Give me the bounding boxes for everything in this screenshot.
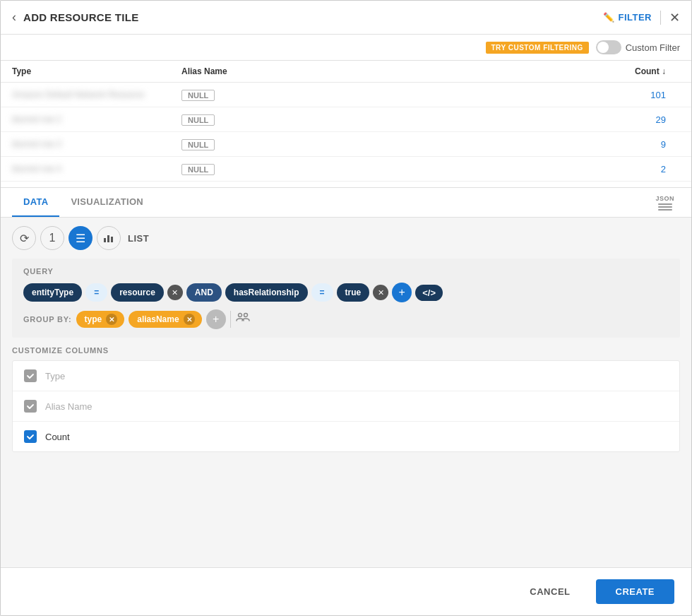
try-custom-badge: TRY CUSTOM FILTERING: [486, 42, 589, 54]
customize-label: CUSTOMIZE COLUMNS: [12, 346, 680, 355]
view-label: LIST: [128, 233, 149, 244]
content-area: ⟳ 1 ☰ LIST QUERY entityType = resource ✕…: [1, 218, 691, 567]
create-button[interactable]: CREATE: [596, 579, 674, 604]
dialog-title: ADD RESOURCE TILE: [23, 11, 138, 23]
cell-count: 101: [650, 90, 680, 100]
tag-alias-text: aliasName: [137, 314, 179, 324]
chip-eq1[interactable]: =: [85, 283, 107, 302]
tag-alias-name[interactable]: aliasName ✕: [129, 311, 201, 328]
query-label: QUERY: [23, 267, 669, 276]
dialog-header: ‹ ADD RESOURCE TILE ✏️ FILTER ✕: [1, 1, 691, 35]
cell-count: 2: [661, 164, 680, 174]
data-table: Type Alias Name Count ↓ Amazon Default N…: [1, 61, 691, 188]
chip-true[interactable]: true: [337, 283, 370, 302]
group-by-label: GROUP BY:: [23, 315, 72, 324]
group-by-add-button[interactable]: +: [206, 309, 226, 329]
col-header-count[interactable]: Count ↓: [635, 66, 680, 76]
table-row[interactable]: blurred row 2 NULL 29: [1, 107, 691, 132]
bar-chart-icon: [103, 232, 114, 244]
cell-type: blurred row 3: [12, 139, 181, 149]
svg-rect-0: [104, 238, 106, 242]
col-header-alias: Alias Name: [181, 66, 635, 76]
col-text-alias: Alias Name: [45, 401, 92, 412]
filter-button[interactable]: ✏️ FILTER: [603, 12, 652, 23]
cell-type: Amazon Default Network Resource: [12, 90, 181, 100]
chart-view-button[interactable]: [97, 226, 121, 250]
query-section: QUERY entityType = resource ✕ AND hasRel…: [12, 259, 680, 338]
chip-has-relationship[interactable]: hasRelationship: [225, 283, 308, 302]
group-by-divider: [230, 311, 231, 328]
filter-label: FILTER: [618, 12, 652, 23]
checkbox-type[interactable]: [24, 369, 37, 382]
col-item-count: Count: [13, 422, 679, 451]
header-left: ‹ ADD RESOURCE TILE: [12, 10, 138, 25]
table-row[interactable]: blurred row 4 NULL 2: [1, 157, 691, 182]
table-row[interactable]: Amazon Default Network Resource NULL 101: [1, 83, 691, 107]
cell-alias: NULL: [181, 162, 661, 175]
tag-type-remove[interactable]: ✕: [106, 314, 117, 325]
custom-filter-toggle[interactable]: [596, 40, 621, 54]
tag-type[interactable]: type ✕: [76, 311, 125, 328]
table-header: Type Alias Name Count ↓: [1, 61, 691, 83]
chip-remove-2[interactable]: ✕: [373, 285, 388, 300]
refresh-button[interactable]: ⟳: [12, 226, 36, 250]
view-controls: ⟳ 1 ☰ LIST: [1, 218, 691, 259]
custom-filter-toggle-container: Custom Filter: [596, 40, 680, 54]
cell-count: 9: [661, 139, 680, 150]
query-row: entityType = resource ✕ AND hasRelations…: [23, 283, 669, 302]
svg-rect-1: [107, 235, 109, 242]
chip-add-button[interactable]: +: [392, 283, 412, 302]
group-by-row: GROUP BY: type ✕ aliasName ✕ +: [23, 309, 669, 329]
col-text-count: Count: [45, 432, 70, 442]
svg-rect-2: [111, 237, 113, 242]
list-view-button[interactable]: ☰: [68, 226, 93, 250]
cell-type: blurred row 2: [12, 114, 181, 124]
cell-count: 29: [656, 114, 680, 125]
chip-and[interactable]: AND: [186, 283, 222, 302]
json-button[interactable]: JSON: [650, 189, 680, 216]
chip-eq2[interactable]: =: [311, 283, 333, 302]
json-line-2: [658, 206, 672, 208]
checkbox-count[interactable]: [24, 430, 37, 443]
json-line-3: [658, 209, 672, 211]
dialog-footer: CANCEL CREATE: [1, 567, 691, 615]
tag-type-text: type: [85, 314, 102, 324]
tabs-bar: DATA VISUALIZATION JSON: [1, 188, 691, 218]
tab-visualization[interactable]: VISUALIZATION: [59, 188, 155, 217]
cancel-button[interactable]: CANCEL: [513, 579, 587, 604]
json-line-1: [658, 203, 672, 205]
header-divider: [660, 11, 661, 25]
back-arrow-icon[interactable]: ‹: [12, 10, 16, 25]
chip-entity-type[interactable]: entityType: [23, 283, 82, 302]
tag-alias-remove[interactable]: ✕: [184, 314, 195, 325]
table-row[interactable]: blurred row 3 NULL 9: [1, 132, 691, 157]
col-item-type: Type: [13, 361, 679, 391]
tab-data[interactable]: DATA: [12, 188, 59, 217]
customize-section: CUSTOMIZE COLUMNS Type Alias Name: [12, 346, 680, 452]
close-button[interactable]: ✕: [669, 11, 680, 24]
filter-icon: ✏️: [603, 12, 615, 23]
custom-filter-label: Custom Filter: [626, 42, 680, 53]
chip-resource[interactable]: resource: [111, 283, 164, 302]
header-right: ✏️ FILTER ✕: [603, 11, 680, 25]
columns-list: Type Alias Name Count: [12, 360, 680, 452]
add-resource-tile-dialog: ‹ ADD RESOURCE TILE ✏️ FILTER ✕ TRY CUST…: [0, 0, 692, 616]
svg-point-3: [238, 313, 241, 316]
col-text-type: Type: [45, 371, 65, 381]
chip-code-button[interactable]: </>: [415, 285, 443, 301]
custom-filter-bar: TRY CUSTOM FILTERING Custom Filter: [1, 35, 691, 61]
svg-point-4: [244, 313, 247, 316]
cell-alias: NULL: [181, 138, 661, 150]
col-header-type: Type: [12, 66, 181, 76]
number-button[interactable]: 1: [40, 226, 64, 250]
cell-alias: NULL: [181, 113, 656, 126]
group-settings-icon[interactable]: [235, 310, 251, 329]
json-label: JSON: [655, 195, 674, 202]
cell-type: blurred row 4: [12, 164, 181, 174]
chip-remove-1[interactable]: ✕: [167, 285, 183, 300]
cell-alias: NULL: [181, 88, 650, 101]
col-item-alias: Alias Name: [13, 391, 679, 422]
checkbox-alias[interactable]: [24, 400, 37, 413]
